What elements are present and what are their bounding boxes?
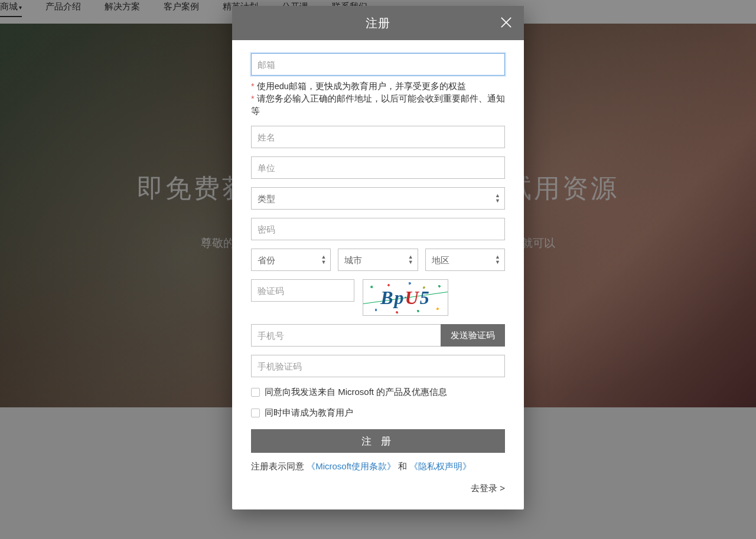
email-input[interactable] [251,53,505,76]
close-icon[interactable] [498,14,514,31]
marketing-consent-row[interactable]: 同意向我发送来自 Microsoft 的产品及优惠信息 [251,387,505,398]
name-input[interactable] [251,126,505,148]
district-select[interactable]: 地区 [425,249,505,271]
edu-consent-row[interactable]: 同时申请成为教育用户 [251,407,505,419]
register-modal: 注册 *使用edu邮箱，更快成为教育用户，并享受更多的权益 *请您务必输入正确的… [232,6,524,509]
modal-overlay[interactable]: 注册 *使用edu邮箱，更快成为教育用户，并享受更多的权益 *请您务必输入正确的… [0,0,756,539]
login-link[interactable]: 去登录 > [251,483,505,494]
captcha-image[interactable]: BpU5 [363,279,448,316]
modal-title: 注册 [366,15,390,31]
password-input[interactable] [251,218,505,240]
edu-consent-checkbox[interactable] [251,409,260,417]
marketing-consent-checkbox[interactable] [251,388,260,397]
phone-code-input[interactable] [251,355,505,377]
required-star: * [251,81,255,91]
city-select[interactable]: 城市 [338,249,418,271]
captcha-input[interactable] [251,279,354,302]
modal-header: 注册 [232,6,524,40]
email-field-wrap: *使用edu邮箱，更快成为教育用户，并享受更多的权益 *请您务必输入正确的邮件地… [251,53,505,117]
register-button[interactable]: 注 册 [251,429,505,453]
type-select[interactable]: 类型 [251,187,505,210]
org-input[interactable] [251,156,505,179]
province-select[interactable]: 省份 [251,249,331,271]
required-star: * [251,94,255,103]
marketing-consent-label: 同意向我发送来自 Microsoft 的产品及优惠信息 [265,387,447,398]
terms-link-privacy[interactable]: 《隐私权声明》 [409,461,471,471]
terms-text: 注册表示同意 《Microsoft使用条款》 和 《隐私权声明》 [251,461,505,472]
terms-link-usage[interactable]: 《Microsoft使用条款》 [307,461,396,471]
phone-input[interactable] [251,324,441,347]
modal-body: *使用edu邮箱，更快成为教育用户，并享受更多的权益 *请您务必输入正确的邮件地… [232,40,524,509]
edu-consent-label: 同时申请成为教育用户 [265,407,353,419]
send-code-button[interactable]: 发送验证码 [441,324,505,347]
email-hints: *使用edu邮箱，更快成为教育用户，并享受更多的权益 *请您务必输入正确的邮件地… [251,80,505,117]
